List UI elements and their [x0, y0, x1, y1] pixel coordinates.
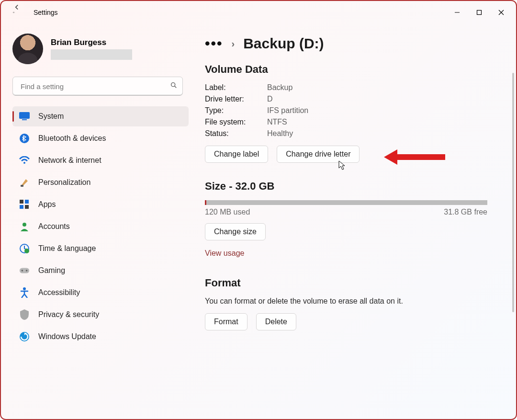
- svg-point-19: [23, 287, 26, 290]
- svg-point-2: [171, 83, 175, 87]
- wifi-icon: [19, 155, 30, 166]
- chevron-right-icon: ›: [232, 38, 235, 49]
- size-free-label: 31.8 GB free: [444, 208, 487, 216]
- row-drive-letter: Drive letter: D: [205, 95, 501, 103]
- search-input[interactable]: [20, 82, 170, 91]
- sidebar-item-windows-update[interactable]: Windows Update: [12, 327, 189, 347]
- app-title: Settings: [34, 9, 58, 16]
- sidebar-item-label: Privacy & security: [38, 310, 99, 319]
- maximize-button[interactable]: [468, 5, 490, 20]
- format-button[interactable]: Format: [205, 313, 247, 330]
- clock-globe-icon: [19, 243, 30, 254]
- person-icon: [19, 221, 30, 232]
- row-type: Type: IFS partition: [205, 106, 501, 115]
- label-key: Label:: [205, 83, 267, 92]
- size-used-label: 120 MB used: [205, 208, 250, 216]
- sidebar-item-label: Gaming: [38, 266, 65, 275]
- system-icon: [19, 111, 30, 122]
- sidebar-item-time-language[interactable]: Time & language: [12, 238, 189, 259]
- size-labels: 120 MB used 31.8 GB free: [205, 208, 487, 216]
- main-content: ••• › Backup (D:) Volume Data Label: Bac…: [188, 34, 516, 419]
- sidebar-item-label: Time & language: [38, 244, 96, 253]
- close-button[interactable]: [490, 5, 512, 20]
- svg-rect-5: [22, 119, 27, 120]
- svg-rect-16: [20, 268, 29, 273]
- shield-icon: [19, 309, 30, 320]
- change-drive-letter-button[interactable]: Change drive letter: [277, 146, 360, 163]
- sidebar-item-label: Bluetooth & devices: [38, 134, 106, 143]
- change-size-button[interactable]: Change size: [205, 223, 266, 240]
- filesystem-key: File system:: [205, 118, 267, 126]
- svg-point-15: [24, 249, 29, 253]
- sidebar-item-bluetooth[interactable]: Bluetooth & devices: [12, 128, 189, 148]
- user-name: Brian Burgess: [51, 38, 132, 47]
- accessibility-icon: [19, 287, 30, 298]
- size-bar-used: [205, 200, 206, 205]
- bluetooth-icon: [19, 133, 30, 144]
- titlebar: Settings: [1, 1, 516, 24]
- update-icon: [19, 331, 30, 342]
- sidebar-item-system[interactable]: System: [12, 106, 189, 126]
- type-key: Type:: [205, 106, 267, 115]
- type-value: IFS partition: [267, 106, 308, 115]
- status-key: Status:: [205, 129, 267, 138]
- svg-point-13: [22, 223, 26, 227]
- view-usage-link[interactable]: View usage: [205, 249, 501, 258]
- nav-list: System Bluetooth & devices Network & int…: [12, 106, 189, 347]
- drive-letter-key: Drive letter:: [205, 95, 267, 103]
- minimize-button[interactable]: [446, 5, 468, 20]
- svg-rect-12: [25, 205, 29, 209]
- status-value: Healthy: [267, 129, 293, 138]
- page-title: Backup (D:): [243, 35, 324, 52]
- sidebar-item-apps[interactable]: Apps: [12, 194, 189, 215]
- gamepad-icon: [19, 265, 30, 276]
- sidebar-item-label: System: [38, 112, 64, 121]
- profile-block[interactable]: Brian Burgess: [12, 34, 183, 64]
- change-label-button[interactable]: Change label: [205, 146, 268, 163]
- section-title-volume-data: Volume Data: [205, 63, 501, 76]
- section-title-size: Size - 32.0 GB: [205, 180, 501, 193]
- sidebar-item-label: Accessibility: [38, 288, 80, 297]
- svg-point-7: [23, 162, 25, 164]
- label-value: Backup: [267, 83, 292, 92]
- sidebar-item-gaming[interactable]: Gaming: [12, 261, 189, 281]
- user-email-redacted: [51, 49, 132, 60]
- sidebar-item-label: Apps: [38, 200, 56, 209]
- sidebar-item-personalization[interactable]: Personalization: [12, 172, 189, 193]
- sidebar-item-label: Network & internet: [38, 156, 101, 165]
- avatar: [12, 34, 43, 64]
- minimize-icon: [454, 10, 460, 15]
- row-label: Label: Backup: [205, 83, 501, 92]
- row-status: Status: Healthy: [205, 129, 501, 138]
- breadcrumb: ••• › Backup (D:): [205, 35, 501, 52]
- svg-rect-11: [20, 205, 23, 209]
- sidebar-item-label: Accounts: [38, 222, 70, 231]
- window-controls: [446, 5, 512, 20]
- search-box[interactable]: [12, 77, 183, 96]
- svg-line-3: [175, 86, 177, 88]
- back-button[interactable]: [12, 7, 24, 18]
- row-file-system: File system: NTFS: [205, 118, 501, 126]
- filesystem-value: NTFS: [267, 118, 287, 126]
- brush-icon: [19, 177, 30, 188]
- svg-point-6: [20, 134, 29, 143]
- svg-rect-10: [25, 200, 29, 204]
- search-icon[interactable]: [170, 81, 178, 91]
- sidebar-item-label: Personalization: [38, 178, 90, 187]
- drive-letter-value: D: [267, 95, 273, 103]
- delete-button[interactable]: Delete: [256, 313, 296, 330]
- sidebar-item-privacy[interactable]: Privacy & security: [12, 305, 189, 325]
- breadcrumb-more-button[interactable]: •••: [205, 35, 223, 52]
- sidebar-item-label: Windows Update: [38, 332, 96, 341]
- apps-icon: [19, 199, 30, 210]
- scrollbar[interactable]: [512, 73, 514, 312]
- svg-rect-1: [477, 11, 482, 15]
- maximize-icon: [476, 10, 482, 15]
- size-bar: [205, 200, 487, 205]
- sidebar-item-network[interactable]: Network & internet: [12, 150, 189, 170]
- sidebar: Brian Burgess System Bluetooth & devi: [1, 34, 188, 419]
- svg-rect-8: [21, 185, 23, 187]
- sidebar-item-accounts[interactable]: Accounts: [12, 216, 189, 237]
- close-icon: [498, 10, 504, 15]
- sidebar-item-accessibility[interactable]: Accessibility: [12, 283, 189, 303]
